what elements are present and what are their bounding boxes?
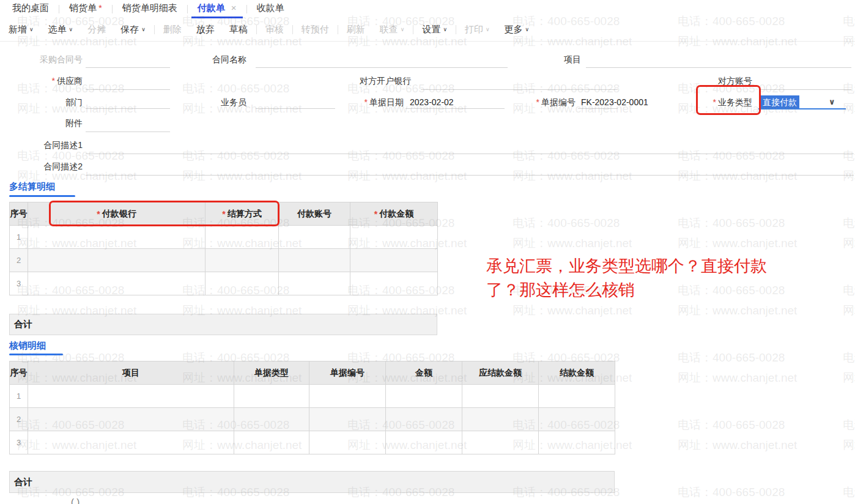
- biz-type-select[interactable]: [758, 108, 846, 109]
- table-cell[interactable]: [28, 226, 205, 249]
- toolbar-button-refresh[interactable]: 刷新: [339, 24, 372, 35]
- column-header: 单据类型: [234, 361, 309, 385]
- contract-desc1-label: 合同描述1: [0, 139, 83, 150]
- toolbar-button-discard[interactable]: 放弃: [189, 24, 222, 35]
- required-star: *: [365, 97, 368, 107]
- table-cell[interactable]: [462, 408, 539, 431]
- attachment-input[interactable]: [86, 132, 170, 132]
- table-cell[interactable]: [350, 272, 438, 295]
- column-header: 序号: [10, 361, 28, 385]
- table-cell[interactable]: [462, 385, 539, 408]
- table-cell[interactable]: [462, 431, 539, 454]
- biz-type-select-value[interactable]: 直接付款: [760, 95, 799, 109]
- department-input[interactable]: [86, 108, 170, 109]
- watermark-website: 网址：www.chanjet.net: [678, 303, 797, 319]
- contract-name-label: 合同名称: [171, 54, 246, 65]
- toolbar-separator: [413, 25, 413, 34]
- table-cell[interactable]: [28, 431, 234, 454]
- table-cell[interactable]: [386, 385, 462, 408]
- tab-payment-voucher[interactable]: 付款单×: [188, 0, 246, 18]
- table-cell[interactable]: [205, 226, 279, 249]
- chevron-down-icon[interactable]: ∨: [829, 97, 835, 106]
- tab-label: 销货单明细表: [122, 2, 177, 13]
- toolbar-separator: [292, 25, 293, 34]
- table-cell[interactable]: [279, 249, 350, 272]
- row-number: 2: [10, 249, 28, 272]
- table-row: 3: [10, 431, 615, 454]
- table-cell[interactable]: [234, 408, 309, 431]
- table-cell[interactable]: [205, 272, 279, 295]
- table-cell[interactable]: [28, 272, 205, 295]
- toolbar-button-audit[interactable]: 审核: [258, 24, 291, 35]
- purchase-contract-no-input[interactable]: [86, 67, 170, 68]
- watermark-website: 网址：www.chanjet.net: [182, 168, 302, 184]
- toolbar-button-draft[interactable]: 草稿: [222, 24, 255, 35]
- settlement-table: 序号*付款银行*结算方式付款账号*付款金额123: [9, 202, 438, 295]
- watermark-website: 网址：www.chanjet.net: [843, 235, 855, 251]
- table-cell[interactable]: [539, 408, 615, 431]
- table-cell[interactable]: [386, 431, 462, 454]
- toolbar-button-print[interactable]: 打印∨: [457, 24, 497, 35]
- contract-name-input[interactable]: [256, 67, 508, 68]
- tab-label: 收款单: [257, 2, 284, 13]
- supplier-input[interactable]: [86, 89, 170, 90]
- watermark-phone: 电话：400-665-0028: [678, 350, 785, 366]
- doc-no-input[interactable]: [578, 108, 618, 109]
- watermark-website: 网址：www.chanjet.net: [347, 168, 467, 184]
- toolbar-button-settings[interactable]: 设置∨: [415, 24, 454, 35]
- column-header: 项目: [28, 361, 234, 385]
- toolbar-button-add[interactable]: 新增∨: [1, 24, 41, 35]
- watermark-phone: 电话：400-665-0028: [678, 484, 785, 500]
- tab-label: 付款单: [198, 2, 225, 13]
- column-header: 付款账号: [279, 202, 350, 226]
- table-cell[interactable]: [539, 385, 615, 408]
- watermark-phone: 电话：400-665-0028: [513, 81, 620, 97]
- watermark-website: 网址：www.chanjet.net: [843, 168, 855, 184]
- table-cell[interactable]: [386, 408, 462, 431]
- contract-desc2-input[interactable]: [86, 175, 854, 176]
- toolbar-button-select-doc[interactable]: 选单∨: [41, 24, 81, 35]
- project-input[interactable]: [586, 67, 851, 68]
- close-icon[interactable]: ×: [231, 2, 237, 13]
- table-cell[interactable]: [205, 249, 279, 272]
- row-number: 3: [10, 272, 28, 295]
- toolbar-button-to-prepaid[interactable]: 转预付: [294, 24, 336, 35]
- table-cell[interactable]: [309, 385, 386, 408]
- tab-receipt-voucher[interactable]: 收款单: [247, 0, 294, 18]
- counter-bank-input[interactable]: [421, 89, 618, 90]
- toolbar-button-allocate[interactable]: 分摊: [80, 24, 113, 35]
- table-cell[interactable]: [28, 249, 205, 272]
- toolbar-button-more[interactable]: 更多∨: [497, 24, 537, 35]
- contract-desc1-input[interactable]: [86, 154, 854, 154]
- table-cell[interactable]: [28, 408, 234, 431]
- doc-no-value[interactable]: FK-2023-02-0001: [581, 97, 648, 108]
- caret-down-icon: ∨: [525, 26, 530, 32]
- doc-date-value[interactable]: 2023-02-02: [410, 97, 454, 108]
- tab-desktop[interactable]: 我的桌面: [2, 0, 59, 18]
- doc-date-input[interactable]: [405, 108, 505, 109]
- tab-bar: 我的桌面销货单*销货单明细表付款单×收款单: [0, 0, 855, 18]
- table-cell[interactable]: [234, 431, 309, 454]
- toolbar-button-delete[interactable]: 删除: [156, 24, 189, 35]
- table-cell[interactable]: [350, 226, 438, 249]
- table-cell[interactable]: [350, 249, 438, 272]
- table-cell[interactable]: [279, 226, 350, 249]
- table-cell[interactable]: [309, 408, 386, 431]
- table-cell[interactable]: [309, 431, 386, 454]
- tab-sales-order[interactable]: 销货单*: [59, 0, 112, 18]
- tab-settlement-detail[interactable]: 多结算明细: [9, 181, 55, 193]
- counter-account-input[interactable]: [760, 89, 851, 90]
- toolbar-button-save[interactable]: 保存∨: [113, 24, 153, 35]
- required-star: *: [713, 97, 716, 107]
- table-cell[interactable]: [234, 385, 309, 408]
- toolbar-button-link-query[interactable]: 联查∨: [372, 24, 412, 35]
- tab-writeoff-underline: [9, 354, 63, 355]
- watermark-phone: 电话：400-665-0028: [843, 484, 855, 500]
- tab-sales-order-detail-report[interactable]: 销货单明细表: [113, 0, 187, 18]
- salesman-input[interactable]: [256, 108, 335, 109]
- tab-writeoff-detail[interactable]: 核销明细: [9, 340, 46, 352]
- salesman-label: 业务员: [171, 97, 246, 108]
- table-cell[interactable]: [279, 272, 350, 295]
- table-cell[interactable]: [28, 385, 234, 408]
- table-cell[interactable]: [539, 431, 615, 454]
